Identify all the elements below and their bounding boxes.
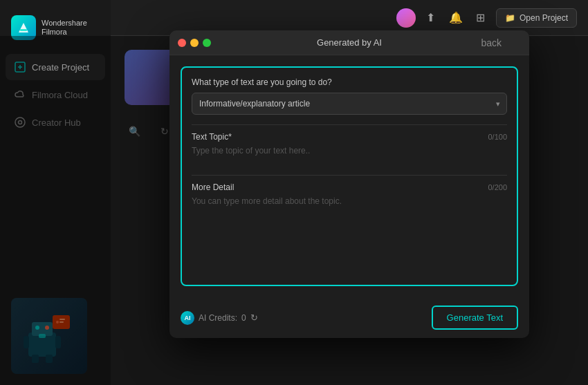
more-detail-row: More Detail 0/200 <box>192 182 507 192</box>
window-controls <box>178 39 211 47</box>
dialog-footer: AI AI Credits: 0 ↻ Generate Text <box>169 297 529 338</box>
credits-info: AI AI Credits: 0 ↻ <box>181 311 258 325</box>
divider-2 <box>192 175 507 176</box>
main-content: Copywriting AI › 🔍 ↻ ⊞ <box>111 36 588 385</box>
text-type-select[interactable]: Informative/explanatory article <box>192 93 507 115</box>
dialog-titlebar: back Generated by AI <box>169 30 529 55</box>
open-project-button[interactable]: 📁 Open Project <box>496 8 577 28</box>
app-window: Wondershare Filmora Create Project Filmo… <box>0 0 588 385</box>
upload-button[interactable]: ⬆ <box>421 8 441 28</box>
notification-button[interactable]: 🔔 <box>446 8 466 28</box>
text-topic-row: Text Topic* 0/100 <box>192 132 507 142</box>
credits-value: 0 <box>241 313 246 323</box>
text-type-select-wrapper: Informative/explanatory article ▾ <box>192 93 507 115</box>
ai-credits-icon: AI <box>181 311 194 325</box>
content-area: ⬆ 🔔 ⊞ 📁 Open Project Copywriting AI › <box>111 0 588 385</box>
grid-button[interactable]: ⊞ <box>471 8 490 28</box>
window-minimize-button[interactable] <box>190 39 199 47</box>
window-maximize-button[interactable] <box>203 39 211 47</box>
window-close-button[interactable] <box>178 39 186 47</box>
form-section: What type of text are you going to do? I… <box>181 66 518 286</box>
dialog-body: What type of text are you going to do? I… <box>169 55 529 297</box>
more-detail-count: 0/200 <box>488 183 507 191</box>
credits-refresh-button[interactable]: ↻ <box>250 312 258 323</box>
more-detail-label: More Detail <box>192 182 234 192</box>
dialog-title: Generated by AI <box>317 37 382 48</box>
text-topic-label: Text Topic* <box>192 132 232 142</box>
folder-icon: 📁 <box>505 13 515 23</box>
generate-text-button[interactable]: Generate Text <box>432 306 518 330</box>
divider-1 <box>192 124 507 125</box>
credits-label: AI Credits: <box>199 313 237 323</box>
svg-rect-1 <box>20 29 27 31</box>
text-topic-input[interactable] <box>192 146 507 165</box>
back-button[interactable]: back <box>481 37 502 48</box>
more-detail-input[interactable] <box>192 196 507 272</box>
avatar <box>396 8 416 28</box>
dialog: back Generated by AI What type of text a… <box>169 30 529 338</box>
type-question-label: What type of text are you going to do? <box>192 77 507 87</box>
topbar-actions: ⬆ 🔔 ⊞ 📁 Open Project <box>396 8 577 28</box>
text-topic-count: 0/100 <box>488 133 507 141</box>
logo-text: Wondershare Filmora <box>42 19 87 37</box>
